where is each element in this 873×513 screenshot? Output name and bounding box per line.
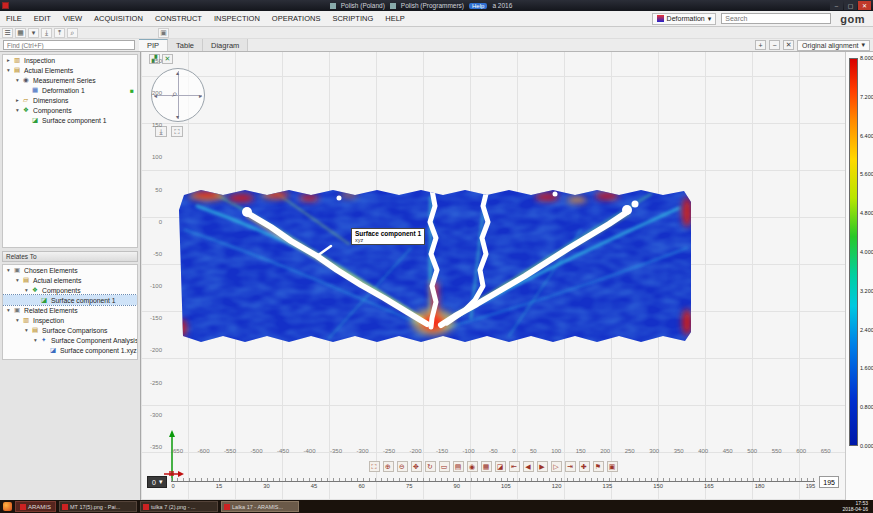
view-tab[interactable]: Table xyxy=(168,39,203,51)
stage-ruler-ticks[interactable] xyxy=(171,478,815,482)
tree-item[interactable]: ▸ ▱ Dimensions xyxy=(3,95,137,105)
tree-item[interactable]: ◪ Surface component 1 xyxy=(3,115,137,125)
camera-icon[interactable]: ▣ xyxy=(158,28,169,38)
tree-item[interactable]: ▾ ▣ Related Elements xyxy=(3,305,137,315)
rotate-icon[interactable]: ↻ xyxy=(425,461,436,472)
taskbar-app-aramis[interactable]: ARAMIS xyxy=(15,501,56,512)
color-scale-bar[interactable] xyxy=(849,58,858,446)
maximize-button[interactable]: ▢ xyxy=(844,1,857,10)
stage-selector[interactable]: 0 ▾ xyxy=(147,476,167,488)
tree-item[interactable]: ▾ ✦ Surface Component Analysis xyxy=(3,335,137,345)
menu-item[interactable]: HELP xyxy=(379,11,411,26)
report-icon[interactable]: ▤ xyxy=(453,461,464,472)
snapshot-icon[interactable]: ◉ xyxy=(467,461,478,472)
expander-icon[interactable]: ▾ xyxy=(25,327,32,333)
nav-right-icon[interactable]: ▸ xyxy=(199,93,202,99)
expander-icon[interactable]: ▾ xyxy=(7,267,14,273)
tree-item[interactable]: ◪ Surface component 1 xyxy=(3,295,137,305)
taskbar-window-button[interactable]: Lalka 17 - ARAMIS... xyxy=(221,501,299,512)
diagram-icon[interactable]: ◪ xyxy=(495,461,506,472)
expander-icon[interactable]: ▾ xyxy=(34,337,41,343)
view-tab-bar: PIPTableDiagram + − ✕ Original alignment… xyxy=(0,39,873,52)
tree-item-label: Surface Component Analysis xyxy=(51,337,137,344)
table-icon[interactable]: ▦ xyxy=(481,461,492,472)
search-icon[interactable]: ⌕ xyxy=(67,28,78,38)
expander-icon[interactable]: ▾ xyxy=(16,317,23,323)
menu-item[interactable]: INSPECTION xyxy=(208,11,266,26)
expander-icon[interactable]: ▾ xyxy=(25,287,32,293)
expander-icon[interactable]: ▸ xyxy=(7,57,14,63)
taskbar-window-button[interactable]: tulka 7 (2).png - ... xyxy=(140,501,218,512)
nav-up-icon[interactable]: ▴ xyxy=(176,70,179,76)
movie-icon[interactable]: ▣ xyxy=(607,461,618,472)
stage-next-icon[interactable]: ▷ xyxy=(551,461,562,472)
fit-view-icon[interactable]: ⛶ xyxy=(369,461,380,472)
language-secondary[interactable]: Polish (Programmers) xyxy=(401,2,464,9)
flag-icon[interactable]: ⚑ xyxy=(593,461,604,472)
find-input[interactable] xyxy=(3,40,135,50)
expander-icon[interactable]: ▾ xyxy=(7,67,14,73)
add-button[interactable]: + xyxy=(755,40,766,50)
tree-item[interactable]: ▾ ❖ Components xyxy=(3,285,137,295)
stage-ruler[interactable]: 0153045607590105120135150165180195 xyxy=(171,476,815,489)
start-button[interactable] xyxy=(3,502,12,511)
alignment-selector[interactable]: Original alignment ▾ xyxy=(797,40,870,51)
remove-button[interactable]: − xyxy=(769,40,780,50)
tree-item[interactable]: ◪ Surface component 1.xyz xyxy=(3,345,137,355)
tree-item[interactable]: ▾ ❖ Components xyxy=(3,105,137,115)
expander-icon[interactable]: ▾ xyxy=(16,277,23,283)
3d-viewport[interactable]: ▞✕ ▴ ▾ ◂ ▸ ⌕ ⤓ ⛶ 250200150100500-50-100-… xyxy=(141,52,845,500)
import-icon[interactable]: ⤓ xyxy=(41,28,52,38)
menu-item[interactable]: EDIT xyxy=(28,11,57,26)
tree-item[interactable]: ▾ ▣ Chosen Elements xyxy=(3,265,137,275)
fullscreen-icon[interactable]: ⛶ xyxy=(171,126,183,137)
menu-icon[interactable]: ☰ xyxy=(2,28,13,38)
system-tray[interactable]: 17:53 2018-04-16 xyxy=(842,501,870,513)
tree-item[interactable]: ▾ ▤ Surface Comparisons xyxy=(3,325,137,335)
menu-item[interactable]: SCRIPTING xyxy=(326,11,379,26)
menu-item[interactable]: VIEW xyxy=(57,11,88,26)
tree-item[interactable]: ▦ Deformation 1 ■ xyxy=(3,85,137,95)
help-badge[interactable]: Help xyxy=(469,3,487,9)
menu-item[interactable]: ACQUISITION xyxy=(88,11,149,26)
stage-first-icon[interactable]: ⇤ xyxy=(509,461,520,472)
pan-icon[interactable]: ✥ xyxy=(411,461,422,472)
stage-slider[interactable]: 0 ▾ 0153045607590105120135150165180195 1… xyxy=(147,476,839,489)
view-tab[interactable]: PIP xyxy=(139,39,168,51)
stage-end-value[interactable]: 195 xyxy=(819,476,839,488)
relates-tree: ▾ ▣ Chosen Elements ▾ ▤ Actual elements … xyxy=(2,264,138,360)
nav-down-icon[interactable]: ▾ xyxy=(176,114,179,120)
deformation-heatmap[interactable] xyxy=(179,186,691,346)
menu-item[interactable]: CONSTRUCT xyxy=(149,11,208,26)
tree-item[interactable]: ▾ ▤ Actual Elements xyxy=(3,65,137,75)
expander-icon[interactable]: ▸ xyxy=(16,97,23,103)
taskbar-window-button[interactable]: MT 17(5).png - Pai... xyxy=(59,501,137,512)
view-tab[interactable]: Diagram xyxy=(203,39,248,51)
add-stage-icon[interactable]: ✚ xyxy=(579,461,590,472)
tree-item[interactable]: ▾ ▤ Actual elements xyxy=(3,275,137,285)
expander-icon[interactable]: ▾ xyxy=(16,107,23,113)
deformation-selector[interactable]: Deformation ▾ xyxy=(652,13,717,25)
layout-icon[interactable]: ▦ xyxy=(15,28,26,38)
menu-item[interactable]: FILE xyxy=(0,11,28,26)
export-icon[interactable]: ⤒ xyxy=(54,28,65,38)
expander-icon[interactable]: ▾ xyxy=(16,77,23,83)
stage-play-icon[interactable]: ▶ xyxy=(537,461,548,472)
tree-item[interactable]: ▾ ▥ Inspection xyxy=(3,315,137,325)
close-button[interactable]: ✕ xyxy=(858,1,871,10)
minimize-button[interactable]: – xyxy=(830,1,843,10)
expander-icon[interactable]: ▾ xyxy=(7,307,14,313)
stage-prev-icon[interactable]: ◀ xyxy=(523,461,534,472)
search-input[interactable] xyxy=(721,13,831,24)
menu-item[interactable]: OPERATIONS xyxy=(266,11,327,26)
zoom-in-icon[interactable]: ⊕ xyxy=(383,461,394,472)
zoom-out-icon[interactable]: ⊖ xyxy=(397,461,408,472)
view-tabs: PIPTableDiagram xyxy=(139,39,248,51)
tree-item[interactable]: ▸ ▥ Inspection xyxy=(3,55,137,65)
language-primary[interactable]: Polish (Poland) xyxy=(341,2,385,9)
front-view-icon[interactable]: ▭ xyxy=(439,461,450,472)
stage-last-icon[interactable]: ⇥ xyxy=(565,461,576,472)
tree-item[interactable]: ▾ ◉ Measurement Series xyxy=(3,75,137,85)
dropdown-icon[interactable]: ▾ xyxy=(28,28,39,38)
close-view-button[interactable]: ✕ xyxy=(783,40,794,50)
